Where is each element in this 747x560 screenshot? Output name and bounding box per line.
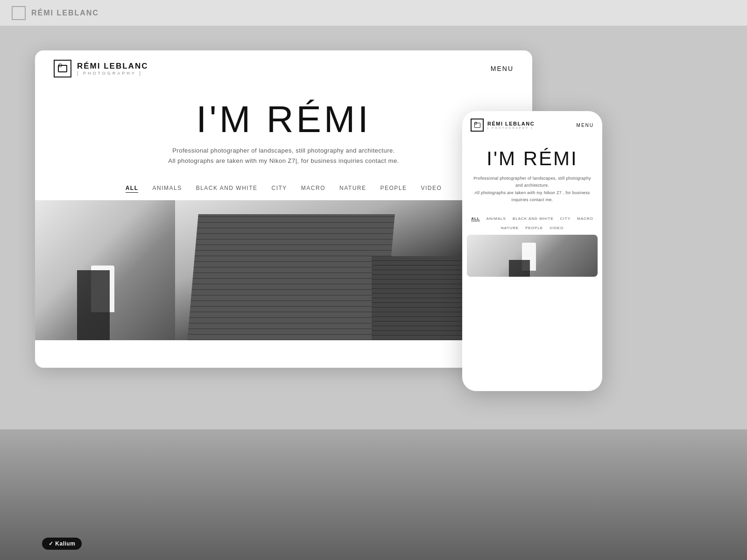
mobile-hero-description: Professional photographer of landscapes,… (472, 175, 593, 203)
photo-left[interactable] (35, 200, 175, 340)
hero-desc-line1: Professional photographer of landscapes,… (172, 147, 395, 154)
mobile-photo-woman (467, 235, 598, 277)
filter-people[interactable]: PEOPLE (380, 185, 407, 193)
kalium-badge: ✓ Kalium (42, 538, 82, 550)
desktop-card: RÉMI LEBLANC [ PHOTOGRAPHY ] MENU I'M RÉ… (35, 50, 532, 368)
desktop-header: RÉMI LEBLANC [ PHOTOGRAPHY ] MENU (35, 50, 532, 87)
mobile-filter-city[interactable]: CITY (560, 217, 571, 221)
logo-text-block: RÉMI LEBLANC [ PHOTOGRAPHY ] (77, 62, 148, 76)
mobile-header: RÉMI LEBLANC [ PHOTOGRAPHY ] MENU (462, 111, 602, 137)
brand-name: RÉMI LEBLANC (77, 62, 148, 71)
mobile-card: RÉMI LEBLANC [ PHOTOGRAPHY ] MENU I'M RÉ… (462, 111, 602, 391)
mobile-filter-black-and-white[interactable]: BLACK AND WHITE (513, 217, 554, 221)
mobile-brand-name: RÉMI LEBLANC (487, 121, 535, 126)
filter-city[interactable]: CITY (272, 185, 287, 193)
camera-icon (54, 60, 71, 77)
menu-button[interactable]: MENU (491, 65, 514, 72)
desktop-photo-grid (35, 200, 532, 340)
mobile-hero: I'M RÉMI Professional photographer of la… (462, 137, 602, 209)
hero-description: Professional photographer of landscapes,… (44, 146, 523, 166)
filter-animals[interactable]: ANIMALS (152, 185, 182, 193)
mobile-filter-macro[interactable]: MACRO (577, 217, 593, 221)
mobile-camera-icon (471, 119, 484, 132)
mobile-brand-subtitle: [ PHOTOGRAPHY ] (487, 126, 535, 129)
filter-black-and-white[interactable]: BLACK AND WHITE (196, 185, 258, 193)
desktop-logo[interactable]: RÉMI LEBLANC [ PHOTOGRAPHY ] (54, 60, 148, 77)
mobile-logo[interactable]: RÉMI LEBLANC [ PHOTOGRAPHY ] (471, 119, 535, 132)
mobile-filter-nav: ALL ANIMALS BLACK AND WHITE CITY MACRO N… (462, 209, 602, 235)
bg-brand-name: RÉMI LEBLANC (31, 9, 99, 17)
bg-bottom-dark (0, 429, 747, 560)
filter-nature[interactable]: NATURE (339, 185, 366, 193)
mobile-filter-people[interactable]: PEOPLE (525, 226, 543, 230)
mobile-desc-line1: Professional photographer of landscapes,… (473, 176, 591, 181)
desktop-hero: I'M RÉMI Professional photographer of la… (35, 87, 532, 175)
hero-title: I'M RÉMI (44, 101, 523, 138)
mobile-hero-title: I'M RÉMI (472, 149, 593, 168)
filter-all[interactable]: ALL (126, 185, 139, 193)
mobile-filter-nature[interactable]: NATURE (501, 226, 519, 230)
mobile-filter-animals[interactable]: ANIMALS (486, 217, 506, 221)
photo-woman (35, 200, 175, 340)
mobile-filter-all[interactable]: ALL (471, 217, 480, 221)
bg-top-bar: RÉMI LEBLANC (0, 0, 747, 26)
filter-macro[interactable]: MACRO (301, 185, 325, 193)
bg-logo-icon (12, 6, 26, 20)
mobile-logo-text: RÉMI LEBLANC [ PHOTOGRAPHY ] (487, 121, 535, 129)
mobile-photo[interactable] (467, 235, 598, 277)
hero-desc-line2: All photographs are taken with my Nikon … (168, 157, 399, 164)
mobile-desc-line2: and architecture. (515, 183, 549, 188)
mobile-desc-line3: All photographs are taken with my Nikon … (474, 190, 590, 202)
desktop-filter-nav: ALL ANIMALS BLACK AND WHITE CITY MACRO N… (35, 175, 532, 200)
mobile-filter-video[interactable]: VIDEO (550, 226, 564, 230)
mobile-menu-button[interactable]: MENU (577, 123, 594, 128)
filter-video[interactable]: VIDEO (421, 185, 442, 193)
brand-subtitle: [ PHOTOGRAPHY ] (77, 71, 148, 76)
